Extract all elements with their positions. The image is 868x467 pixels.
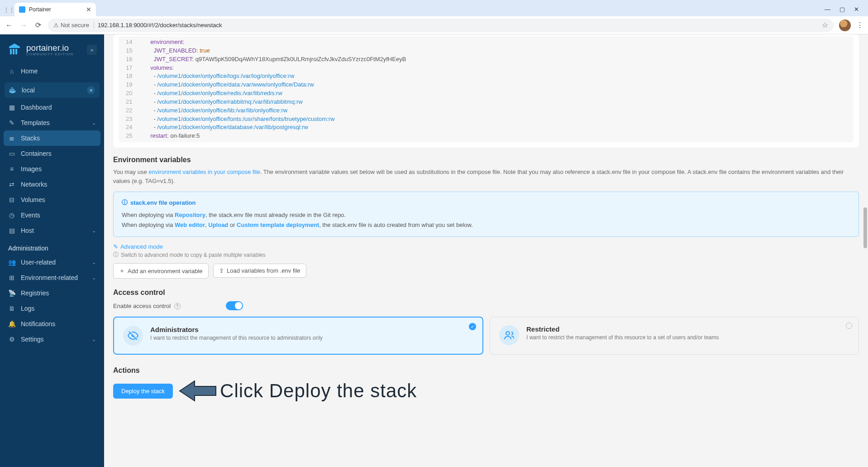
card-desc: I want to restrict the management of thi…: [526, 334, 719, 341]
code-lines: environment: JWT_ENABLED: true JWT_SECRE…: [137, 36, 410, 142]
sidebar-item-registries[interactable]: 📡 Registries: [0, 285, 104, 301]
sidebar-item-label: Notifications: [21, 320, 55, 327]
bookmark-star-icon[interactable]: ☆: [822, 21, 828, 29]
help-icon[interactable]: ?: [174, 303, 181, 309]
window-minimize-button[interactable]: —: [825, 6, 830, 13]
window-close-button[interactable]: ✕: [854, 6, 859, 13]
sidebar-item-events[interactable]: ◷ Events: [0, 207, 104, 223]
templates-icon: ✎: [8, 119, 15, 126]
card-desc: I want to restrict the management of thi…: [150, 335, 323, 341]
radio-unchecked-icon: [846, 323, 852, 329]
upload-icon: ⇪: [219, 267, 224, 274]
sidebar-item-home[interactable]: ⌂ Home: [0, 63, 104, 79]
warning-icon: ⚠: [53, 22, 59, 29]
sidebar-item-notifications[interactable]: 🔔 Notifications: [0, 316, 104, 332]
code-editor[interactable]: 141516171819202122232425 environment: JW…: [119, 36, 854, 142]
nav-reload-button[interactable]: ⟳: [33, 21, 43, 29]
brand-subtitle: COMMUNITY EDITION: [26, 52, 73, 56]
sidebar-item-label: Settings: [21, 336, 44, 343]
address-bar[interactable]: ⚠ Not secure 192.168.1.18:9000/#!/2/dock…: [48, 19, 834, 32]
nav-forward-button[interactable]: →: [19, 21, 28, 29]
environment-close-button[interactable]: ✕: [87, 86, 95, 94]
containers-icon: ▭: [8, 150, 15, 157]
sidebar-item-host[interactable]: ▤ Host ⌄: [0, 223, 104, 238]
sidebar-item-label: Dashboard: [21, 104, 52, 111]
env-desc: You may use environment variables in you…: [113, 168, 859, 185]
sidebar-item-stacks[interactable]: ≣ Stacks: [4, 130, 100, 146]
sidebar-item-label: Networks: [21, 181, 47, 188]
editor-card: 141516171819202122232425 environment: JW…: [113, 34, 859, 148]
card-title: Administrators: [150, 326, 323, 333]
sidebar-item-label: Events: [21, 212, 40, 219]
svg-rect-0: [10, 49, 12, 54]
environment-selector[interactable]: local ✕: [5, 82, 100, 98]
browser-tab[interactable]: Portainer ✕: [14, 3, 96, 16]
portainer-logo-icon: [7, 43, 22, 57]
sidebar-item-label: Environment-related: [21, 274, 78, 281]
chevron-down-icon: ⌄: [92, 275, 96, 281]
reg-icon: 📡: [8, 289, 15, 297]
sidebar-item-logs[interactable]: 🗎 Logs: [0, 301, 104, 316]
svg-rect-5: [13, 89, 14, 91]
info-icon: ⓘ: [122, 198, 128, 207]
svg-rect-6: [11, 87, 13, 89]
info-small-icon: ⓘ: [113, 251, 119, 259]
sidebar-collapse-button[interactable]: «: [87, 45, 97, 55]
browser-menu-button[interactable]: ⋮: [856, 21, 863, 29]
advanced-mode-link[interactable]: Advanced mode: [120, 243, 163, 250]
svg-rect-2: [15, 49, 17, 54]
tab-grabber-icon: ⋮⋮: [4, 4, 14, 16]
eye-off-icon: [128, 330, 138, 341]
sidebar-item-templates[interactable]: ✎ Templates ⌄: [0, 115, 104, 130]
tab-close-button[interactable]: ✕: [86, 6, 91, 13]
load-env-file-button[interactable]: ⇪ Load variables from .env file: [213, 264, 306, 278]
environment-name: local: [22, 87, 35, 94]
networks-icon: ⇄: [8, 181, 15, 188]
info-box-title: stack.env file operation: [130, 199, 196, 206]
sidebar-item-containers[interactable]: ▭ Containers: [0, 146, 104, 161]
access-control-toggle[interactable]: [226, 301, 243, 310]
access-toggle-label: Enable access control ?: [113, 303, 181, 310]
access-card-restricted[interactable]: Restricted I want to restrict the manage…: [490, 317, 859, 355]
annotation-text: Click Deploy the stack: [220, 380, 417, 402]
sidebar-item-label: User-related: [21, 259, 56, 266]
browser-toolbar: ← → ⟳ ⚠ Not secure 192.168.1.18:9000/#!/…: [0, 16, 868, 34]
plus-icon: ＋: [119, 267, 125, 275]
security-status[interactable]: ⚠ Not secure: [53, 22, 94, 29]
advanced-hint: Switch to advanced mode to copy & paste …: [121, 252, 266, 258]
sidebar-item-label: Volumes: [21, 196, 45, 203]
images-icon: ≡: [8, 165, 15, 173]
admin-section-label: Administration: [0, 238, 104, 255]
sidebar-item-volumes[interactable]: ⊟ Volumes: [0, 192, 104, 207]
access-title: Access control: [113, 289, 859, 297]
sidebar-item-label: Containers: [21, 150, 52, 157]
nav-back-button[interactable]: ←: [5, 21, 14, 29]
add-env-var-button[interactable]: ＋ Add an environment variable: [113, 263, 209, 279]
profile-avatar[interactable]: [839, 19, 851, 31]
volumes-icon: ⊟: [8, 196, 15, 203]
chevron-down-icon: ⌄: [92, 120, 96, 126]
svg-rect-1: [13, 49, 14, 54]
svg-point-7: [506, 332, 510, 335]
sidebar-item-environment-related[interactable]: ⊞ Environment-related ⌄: [0, 270, 104, 285]
logs-icon: 🗎: [8, 305, 15, 312]
window-maximize-button[interactable]: ▢: [839, 6, 845, 13]
chevron-down-icon: ⌄: [92, 260, 96, 265]
env-desc-link[interactable]: environment variables in your compose fi…: [148, 169, 260, 175]
sidebar: portainer.io COMMUNITY EDITION « ⌂ Home …: [0, 34, 104, 467]
host-icon: ▤: [8, 227, 15, 234]
deploy-stack-button[interactable]: Deploy the stack: [113, 384, 173, 399]
access-card-administrators[interactable]: Administrators I want to restrict the ma…: [113, 317, 483, 355]
sidebar-item-dashboard[interactable]: ▦ Dashboard: [0, 100, 104, 115]
arrow-left-icon: [177, 378, 218, 404]
scrollbar-thumb[interactable]: [863, 207, 867, 248]
sidebar-item-label: Host: [21, 227, 34, 234]
users-icon: [504, 330, 515, 341]
browser-titlebar: ⋮⋮ Portainer ✕ — ▢ ✕: [0, 0, 868, 16]
sidebar-item-settings[interactable]: ⚙ Settings ⌄: [0, 332, 104, 347]
sidebar-item-networks[interactable]: ⇄ Networks: [0, 177, 104, 192]
sidebar-item-user-related[interactable]: 👥 User-related ⌄: [0, 255, 104, 270]
sidebar-item-images[interactable]: ≡ Images: [0, 161, 104, 177]
events-icon: ◷: [8, 212, 15, 219]
annotation-overlay: Click Deploy the stack: [177, 378, 417, 404]
